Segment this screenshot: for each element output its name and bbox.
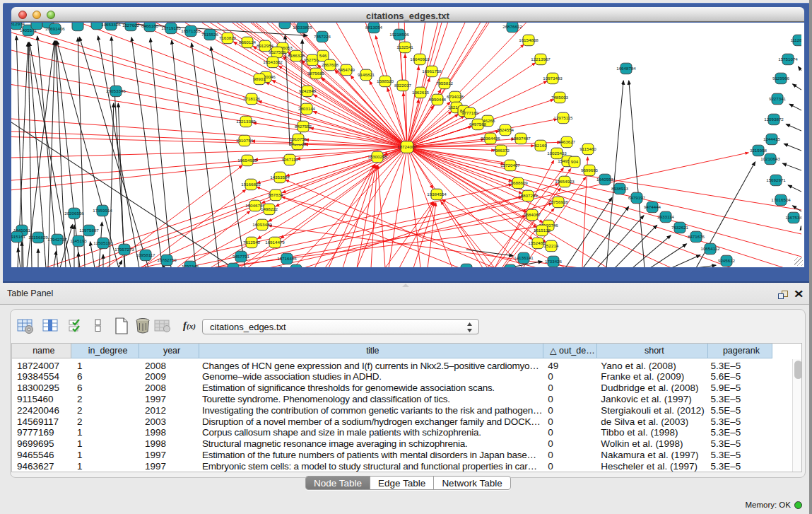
- svg-text:20756928: 20756928: [548, 199, 568, 204]
- svg-text:887834: 887834: [269, 192, 283, 197]
- svg-text:10973493: 10973493: [543, 76, 563, 81]
- svg-text:8471676: 8471676: [688, 234, 705, 239]
- svg-text:16648784: 16648784: [616, 66, 636, 71]
- svg-text:19166825: 19166825: [241, 182, 261, 187]
- svg-text:16033809: 16033809: [293, 25, 312, 30]
- svg-text:15692971: 15692971: [766, 177, 786, 182]
- svg-text:17957273: 17957273: [114, 247, 134, 252]
- svg-text:9129966: 9129966: [772, 76, 790, 81]
- svg-text:10719185: 10719185: [161, 25, 181, 30]
- svg-text:9527509: 9527509: [269, 49, 286, 54]
- svg-text:1292348: 1292348: [182, 264, 199, 267]
- svg-text:8186328: 8186328: [288, 53, 305, 58]
- svg-text:92450: 92450: [227, 266, 240, 267]
- svg-text:8427552: 8427552: [295, 124, 312, 129]
- svg-text:8990448: 8990448: [429, 97, 447, 102]
- svg-text:6794028: 6794028: [447, 94, 464, 99]
- svg-text:12213389: 12213389: [236, 119, 256, 124]
- svg-text:7515526: 7515526: [201, 32, 219, 37]
- svg-text:6466160: 6466160: [141, 23, 159, 28]
- svg-text:3215958: 3215958: [750, 148, 767, 153]
- svg-text:20691406: 20691406: [45, 26, 65, 31]
- svg-text:7357224: 7357224: [314, 34, 331, 39]
- svg-text:8938913: 8938913: [611, 186, 629, 191]
- svg-text:15716485: 15716485: [277, 256, 297, 261]
- svg-text:8912954: 8912954: [257, 43, 274, 48]
- svg-text:16154808: 16154808: [519, 37, 539, 42]
- svg-text:17359914: 17359914: [93, 208, 112, 213]
- svg-text:62160: 62160: [534, 143, 547, 148]
- svg-text:9457791: 9457791: [233, 254, 250, 259]
- svg-text:19384554: 19384554: [427, 192, 447, 197]
- svg-text:19218506: 19218506: [389, 32, 409, 37]
- svg-text:9245612: 9245612: [718, 258, 736, 263]
- svg-text:26876612: 26876612: [502, 24, 522, 29]
- svg-text:8813054: 8813054: [365, 25, 383, 30]
- svg-text:9684067: 9684067: [524, 212, 541, 217]
- svg-text:1167534: 1167534: [785, 215, 801, 220]
- svg-text:12093872: 12093872: [764, 117, 784, 122]
- svg-text:10654112: 10654112: [700, 246, 720, 251]
- svg-text:12505193: 12505193: [93, 240, 113, 245]
- svg-text:18300295: 18300295: [367, 154, 387, 159]
- svg-text:16782759: 16782759: [157, 257, 177, 262]
- svg-text:18724007: 18724007: [397, 144, 417, 149]
- svg-text:1132541: 1132541: [396, 45, 413, 49]
- svg-text:10688609: 10688609: [508, 180, 528, 185]
- svg-text:3915161: 3915161: [11, 234, 26, 239]
- svg-text:16640910: 16640910: [410, 57, 430, 62]
- svg-text:16914479: 16914479: [265, 240, 285, 245]
- svg-text:10210643: 10210643: [760, 156, 780, 161]
- svg-text:9777169: 9777169: [461, 110, 479, 115]
- svg-text:8660124: 8660124: [239, 40, 257, 45]
- svg-text:1910754: 1910754: [236, 138, 254, 143]
- svg-text:1244415: 1244415: [763, 136, 781, 141]
- svg-text:18807269: 18807269: [518, 193, 538, 198]
- svg-text:16571355: 16571355: [181, 28, 201, 33]
- svg-text:1145193: 1145193: [70, 238, 87, 243]
- svg-text:3267110: 3267110: [281, 157, 298, 162]
- svg-text:6497568: 6497568: [469, 122, 487, 127]
- svg-text:1527602: 1527602: [122, 23, 140, 28]
- svg-text:3875685: 3875685: [307, 71, 325, 76]
- svg-text:1733426: 1733426: [545, 259, 563, 264]
- svg-text:2803144: 2803144: [298, 106, 316, 111]
- svg-text:6479197: 6479197: [628, 195, 646, 200]
- svg-text:1498222: 1498222: [261, 206, 278, 211]
- svg-text:10653326: 10653326: [101, 23, 121, 27]
- svg-text:15751074: 15751074: [778, 57, 798, 62]
- svg-text:904: 904: [571, 159, 579, 164]
- svg-text:546: 546: [319, 53, 327, 58]
- svg-text:2718126: 2718126: [243, 96, 261, 101]
- svg-text:8322037: 8322037: [394, 83, 412, 88]
- svg-text:1910755: 1910755: [290, 136, 307, 141]
- svg-text:7632621: 7632621: [671, 225, 689, 230]
- svg-text:252214: 252214: [544, 243, 559, 248]
- svg-text:2933114: 2933114: [657, 214, 674, 219]
- svg-text:14136141: 14136141: [514, 255, 534, 260]
- svg-text:9115460: 9115460: [579, 146, 596, 151]
- svg-text:12156829: 12156829: [28, 235, 48, 240]
- svg-text:20364436: 20364436: [481, 136, 500, 141]
- svg-text:1112854: 1112854: [790, 37, 801, 42]
- svg-text:9463627: 9463627: [558, 139, 576, 144]
- svg-text:20206556: 20206556: [64, 211, 84, 216]
- svg-text:14353584: 14353584: [270, 175, 290, 180]
- svg-text:98901: 98901: [253, 76, 266, 81]
- svg-text:17016504: 17016504: [771, 197, 791, 202]
- svg-text:1588520: 1588520: [377, 78, 394, 83]
- svg-text:9227341: 9227341: [769, 96, 787, 101]
- svg-text:12975115: 12975115: [553, 115, 573, 120]
- svg-text:9474444: 9474444: [644, 204, 661, 209]
- svg-text:16543382: 16543382: [263, 59, 283, 64]
- svg-text:10958117: 10958117: [136, 252, 155, 257]
- svg-text:7612540: 7612540: [243, 240, 261, 245]
- svg-text:12213967: 12213967: [531, 57, 551, 62]
- svg-text:1640953: 1640953: [596, 177, 614, 182]
- svg-text:19654935: 19654935: [237, 158, 257, 163]
- svg-text:2867608: 2867608: [322, 62, 339, 67]
- svg-text:15720407: 15720407: [500, 163, 520, 168]
- svg-text:9146821: 9146821: [358, 72, 375, 77]
- svg-text:19654923: 19654923: [555, 179, 575, 184]
- svg-text:13975887: 13975887: [79, 228, 99, 233]
